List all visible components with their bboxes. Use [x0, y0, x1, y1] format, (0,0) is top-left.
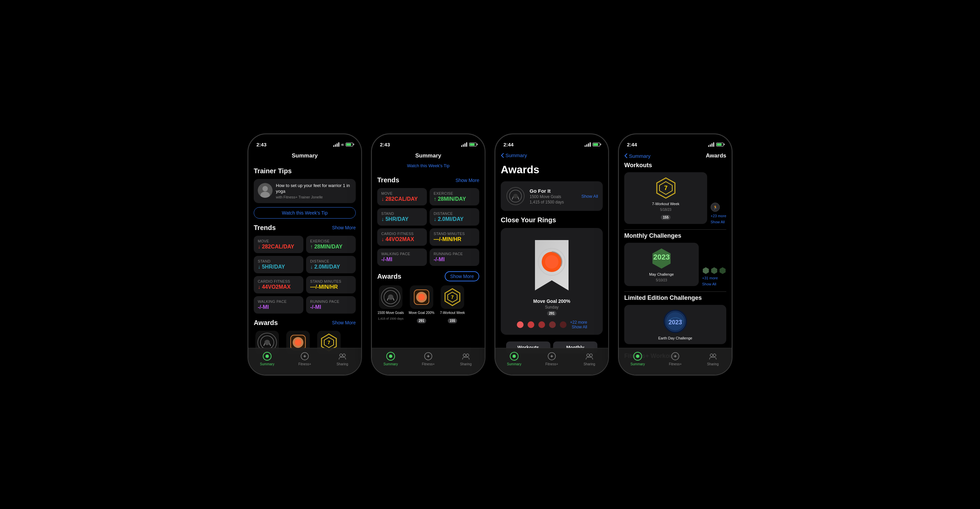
earth-challenge-card[interactable]: 2023 Earth Day Challenge	[624, 305, 726, 344]
go-for-it-show-all[interactable]: Show All	[581, 194, 598, 199]
phone-content-1[interactable]: Trainer Tips How to set up your feet for…	[248, 162, 361, 359]
summary-tab-icon-4	[633, 351, 643, 361]
phone-content-4[interactable]: Workouts 7 7-Workout Week 5/18/23 155	[619, 162, 732, 359]
tab-summary-4[interactable]: Summary	[619, 351, 657, 366]
trend-exercise-1[interactable]: Exercise ↑ 28MIN/DAY	[306, 236, 356, 253]
time-3: 2:44	[503, 142, 514, 147]
tab-sharing-2[interactable]: Sharing	[447, 351, 485, 366]
tab-summary-1[interactable]: Summary	[248, 351, 286, 366]
phone-content-2[interactable]: Watch this Week's Tip Trends Show More M…	[372, 162, 485, 359]
workouts-show-all[interactable]: Show All	[711, 220, 726, 224]
trend-exercise-2[interactable]: Exercise ↑ 28MIN/DAY	[430, 188, 479, 206]
svg-point-36	[549, 321, 556, 328]
trend-runpace-2[interactable]: Running Pace -/-MI	[430, 249, 479, 266]
phone-3: 2:44 Summary	[495, 134, 609, 375]
trend-stand-1[interactable]: Stand ↓ 5HR/DAY	[254, 256, 304, 273]
tab-summary-3[interactable]: Summary	[495, 351, 533, 366]
signal-bars-2	[461, 142, 467, 147]
nav-back-3[interactable]: Summary	[501, 152, 527, 158]
award-2-workout-num: 155	[448, 318, 457, 323]
trainer-card[interactable]: How to set up your feet for warrior 1 in…	[254, 179, 356, 203]
workout-week-badge-card[interactable]: 7 7-Workout Week 5/18/23 155	[624, 172, 707, 224]
awards-title-1: Awards	[254, 319, 278, 327]
svg-point-5	[264, 340, 270, 345]
battery-icon-2	[469, 143, 477, 147]
trend-label-stand: Stand	[258, 259, 299, 263]
go-for-it-card[interactable]: Go For It 1500 Move Goals 1,415 of 1500 …	[501, 181, 603, 211]
battery-icon-3	[593, 143, 600, 147]
svg-text:🏃: 🏃	[713, 205, 718, 210]
time-4: 2:44	[627, 142, 637, 147]
dynamic-island-2	[410, 138, 447, 149]
time-1: 2:43	[256, 142, 266, 147]
trend-value-stand: ↓ 5HR/DAY	[258, 264, 299, 270]
tab-summary-2[interactable]: Summary	[372, 351, 409, 366]
phone-content-3[interactable]: Go For It 1500 Move Goals 1,415 of 1500 …	[495, 181, 608, 375]
award-2-workout-week[interactable]: 7 7-Workout Week 155	[439, 286, 466, 323]
svg-text:7: 7	[451, 294, 454, 300]
limited-cat-title: Limited Edition Challenges	[624, 294, 726, 302]
move-goal-day: Sunday	[545, 305, 559, 310]
awards-show-more-1[interactable]: Show More	[332, 320, 356, 326]
trend-cardio-1[interactable]: Cardio Fitness ↓ 44VO2MAX	[254, 276, 304, 294]
trend-cardio-2[interactable]: Cardio Fitness ↓ 44VO2MAX	[377, 228, 427, 246]
svg-point-32	[545, 255, 558, 269]
tab-fitnessplus-2[interactable]: Fitness+	[409, 351, 447, 366]
svg-point-35	[538, 321, 545, 328]
phone-4: 2:44 Summary	[618, 134, 732, 375]
svg-marker-50	[719, 267, 725, 274]
trends-show-more-1[interactable]: Show More	[332, 225, 356, 230]
trend-walkpace-1[interactable]: Walking Pace -/-MI	[254, 296, 304, 314]
tab-fitnessplus-4[interactable]: Fitness+	[657, 351, 694, 366]
awards-row-2[interactable]: 1500 Move Goals 1,415 of 1500 days Move …	[377, 286, 479, 326]
may-challenge-label: May Challenge	[649, 272, 674, 276]
trend-standmin-1[interactable]: Stand Minutes —/-MIN/HR	[306, 276, 356, 294]
tab-fitnessplus-label-4: Fitness+	[669, 362, 682, 366]
trends-show-more-2[interactable]: Show More	[455, 178, 479, 183]
tab-sharing-3[interactable]: Sharing	[571, 351, 608, 366]
phone-1: 2:43 𝛂 Summary	[248, 134, 362, 375]
tab-fitnessplus-label-1: Fitness+	[298, 362, 311, 366]
may-challenge-card[interactable]: 2023 May Challenge 5/10/23	[624, 243, 699, 286]
tab-fitnessplus-1[interactable]: Fitness+	[286, 351, 323, 366]
award-2-move200-num: 291	[417, 318, 426, 323]
tab-sharing-1[interactable]: Sharing	[323, 351, 361, 366]
monthly-show-all[interactable]: Show All	[702, 282, 726, 286]
nav-back-label-4: Summary	[629, 153, 651, 159]
awards-show-more-btn-2[interactable]: Show More	[445, 271, 479, 281]
go-for-it-badge	[506, 186, 526, 206]
trend-label-standmin: Stand Minutes	[310, 279, 352, 283]
trend-distance-2[interactable]: Distance ↓ 2.0MI/DAY	[430, 208, 479, 226]
trainer-sub: with Fitness+ Trainer Jonelle	[276, 195, 352, 199]
svg-point-40	[590, 354, 592, 357]
signal-bars-4	[708, 142, 714, 147]
trend-distance-1[interactable]: Distance ↓ 2.0MI/DAY	[306, 256, 356, 273]
svg-point-8	[295, 339, 301, 346]
trend-move-2[interactable]: Move ↓ 282CAL/DAY	[377, 188, 427, 206]
watch-tip-button[interactable]: Watch this Week's Tip	[254, 207, 356, 219]
award-2-move-goals[interactable]: 1500 Move Goals 1,415 of 1500 days	[377, 286, 404, 323]
tab-sharing-4[interactable]: Sharing	[694, 351, 732, 366]
award-2-move200-label: Move Goal 200%	[409, 311, 434, 315]
nav-back-4[interactable]: Summary	[624, 153, 651, 159]
partial-watch-tip[interactable]: Watch this Week's Tip	[377, 162, 479, 171]
tab-bar-1: Summary Fitness+	[248, 348, 361, 375]
trend-value-standmin: —/-MIN/HR	[310, 284, 352, 290]
awards-show-more-label-2: Show More	[450, 274, 474, 279]
sharing-tab-icon-1	[337, 351, 347, 361]
tab-summary-label-3: Summary	[507, 362, 522, 366]
trend-walkpace-2[interactable]: Walking Pace -/-MI	[377, 249, 427, 266]
trend-standmin-2[interactable]: Stand Minutes —/-MIN/HR	[430, 228, 479, 246]
trends-title-1: Trends	[254, 224, 276, 232]
trends-grid-2: Move ↓ 282CAL/DAY Exercise ↑ 28MIN/DAY S…	[377, 188, 479, 266]
tab-fitnessplus-label-2: Fitness+	[422, 362, 434, 366]
svg-point-39	[587, 354, 589, 357]
tab-fitnessplus-3[interactable]: Fitness+	[533, 351, 571, 366]
trend-move-1[interactable]: Move ↓ 282CAL/DAY	[254, 236, 304, 253]
rings-section[interactable]: Move Goal 200% Sunday 291 +22 more Show …	[501, 228, 603, 335]
trend-stand-2[interactable]: Stand ↓ 5HR/DAY	[377, 208, 427, 226]
award-2-move-200[interactable]: Move Goal 200% 291	[408, 286, 435, 323]
trend-runpace-1[interactable]: Running Pace -/-MI	[306, 296, 356, 314]
status-icons-4	[708, 142, 724, 147]
workouts-more-count: +23 more	[711, 214, 726, 218]
